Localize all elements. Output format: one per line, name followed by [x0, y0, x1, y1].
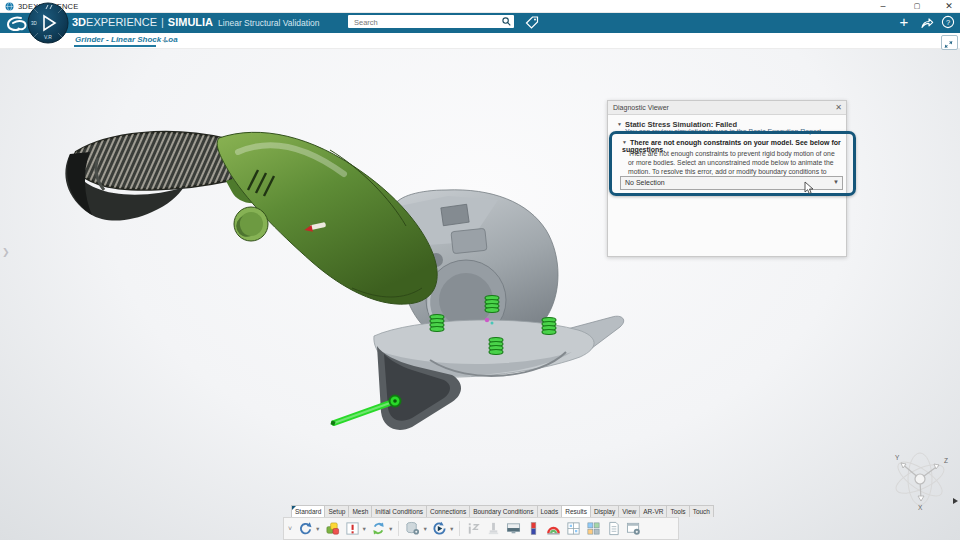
diagnostic-panel-header[interactable]: Diagnostic Viewer ✕ [608, 101, 846, 115]
tab-tools[interactable]: Tools [667, 505, 689, 517]
tab-results[interactable]: Results [562, 505, 591, 517]
tab-ar-vr[interactable]: AR-VR [640, 505, 667, 517]
share-icon[interactable] [919, 15, 935, 30]
manage-data-icon[interactable] [404, 520, 421, 537]
diagnostic-viewer-icon[interactable] [344, 520, 361, 537]
run-dropdown-caret[interactable]: ▼ [449, 526, 454, 532]
action-bar-icon-row: ˅ ▼ ▼ ▼ ▼ ▼ [283, 517, 679, 540]
triad-y-label: Y [895, 454, 900, 461]
tag-icon[interactable] [523, 14, 541, 30]
brand-3d: 3D [72, 16, 86, 28]
search-input[interactable] [352, 15, 496, 30]
data-dropdown-caret[interactable]: ▼ [422, 526, 427, 532]
document-tab-underline [74, 45, 156, 47]
fullscreen-toggle-button[interactable] [941, 35, 958, 50]
close-button[interactable]: ✕ [938, 0, 960, 12]
navigation-triad[interactable]: Y Z X [884, 442, 960, 516]
compass-3d-label: 3D [31, 21, 38, 26]
diagnostic-dropdown-caret[interactable]: ▼ [362, 526, 367, 532]
collapse-arrow-icon: ▼ [622, 139, 627, 145]
run-simulation-icon[interactable] [431, 520, 448, 537]
globe-icon [5, 2, 14, 11]
compass-icon[interactable]: V.R 3D [27, 2, 69, 44]
contour-plot-icon[interactable] [545, 520, 562, 537]
tab-boundary-conditions[interactable]: Boundary Conditions [470, 505, 537, 517]
undo-icon[interactable] [297, 520, 314, 537]
3ds-logo-icon[interactable] [5, 14, 29, 32]
app-name: Linear Structural Validation [218, 18, 319, 28]
simulate-dropdown-caret[interactable]: ▼ [388, 526, 393, 532]
dropdown-value: No Selection [625, 179, 665, 186]
dropdown-caret-icon: ▼ [833, 179, 839, 185]
toolbar-separator [459, 521, 460, 536]
preferences-icon[interactable] [625, 520, 642, 537]
sensors-table-icon[interactable] [565, 520, 582, 537]
display-group-icon[interactable] [505, 520, 522, 537]
brand-product: SIMULIA [168, 16, 213, 28]
brand-experience: EXPERIENCE [86, 16, 157, 28]
tab-setup[interactable]: Setup [325, 505, 349, 517]
compass-vr-label: V.R [44, 34, 52, 40]
toolbar-separator [398, 521, 399, 536]
tab-touch[interactable]: Touch [690, 505, 714, 517]
triad-z-label: Z [944, 457, 948, 464]
brand-divider: | [161, 16, 164, 28]
tab-initial-conditions[interactable]: Initial Conditions [372, 505, 427, 517]
tile-views-icon[interactable] [585, 520, 602, 537]
triad-rotation-arrow [953, 498, 958, 504]
mouse-cursor [803, 181, 815, 195]
tab-loads[interactable]: Loads [538, 505, 563, 517]
tab-mesh[interactable]: Mesh [349, 505, 372, 517]
plot-legend-icon[interactable] [525, 520, 542, 537]
help-icon[interactable]: ? [940, 15, 956, 29]
triad-x-label: X [918, 504, 923, 511]
expand-arrows-icon [942, 39, 955, 50]
search-box[interactable] [348, 15, 514, 28]
search-icon[interactable] [502, 17, 511, 26]
report-icon[interactable] [605, 520, 622, 537]
action-bar-tab-strip: Standard Setup Mesh Initial Conditions C… [291, 505, 714, 517]
diagnostic-panel-title: Diagnostic Viewer [613, 104, 669, 111]
tab-display[interactable]: Display [591, 505, 619, 517]
new-tab-button[interactable]: + [162, 35, 168, 46]
maximize-button[interactable]: ▢ [906, 0, 928, 12]
tab-connections[interactable]: Connections [427, 505, 470, 517]
panel-expand-chevron[interactable]: ❯ [2, 247, 10, 257]
brand-title: 3DEXPERIENCE|SIMULIALinear Structural Va… [72, 16, 320, 28]
supports-icon[interactable] [485, 520, 502, 537]
minimize-button[interactable]: – [872, 0, 894, 12]
undo-dropdown-caret[interactable]: ▼ [315, 526, 320, 532]
tab-standard[interactable]: Standard [291, 505, 325, 517]
information-icon[interactable] [465, 520, 482, 537]
simulate-icon[interactable] [370, 520, 387, 537]
tab-view[interactable]: View [619, 505, 640, 517]
model-update-icon[interactable] [324, 520, 341, 537]
toolbar-collapse-icon[interactable]: ˅ [288, 525, 292, 532]
collapse-arrow-icon: ▼ [617, 121, 622, 127]
svg-text:?: ? [946, 18, 950, 27]
window-titlebar: 3DEXPERIENCE – ▢ ✕ [0, 0, 960, 13]
diagnostic-close-icon[interactable]: ✕ [835, 103, 842, 112]
add-content-icon[interactable]: + [896, 13, 912, 31]
